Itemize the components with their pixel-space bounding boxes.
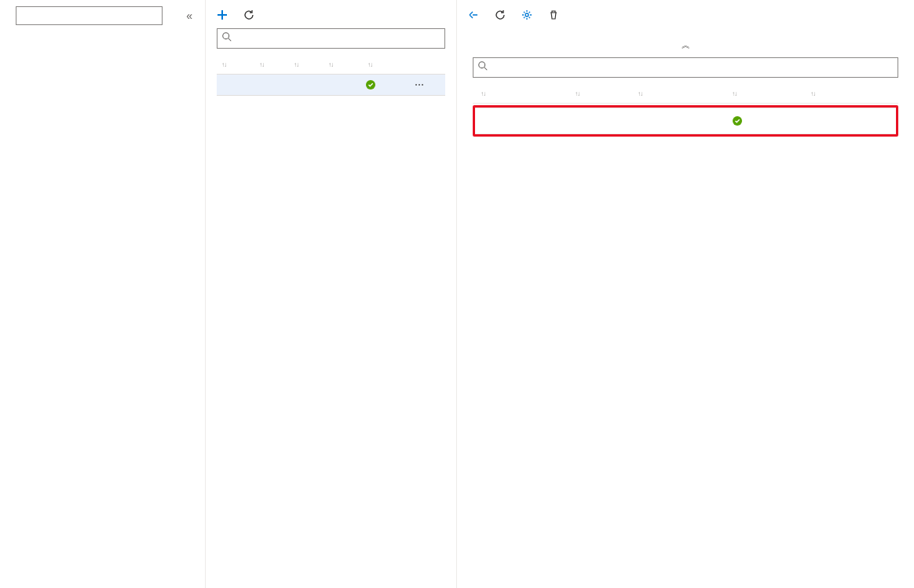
status-ok-icon [733,116,742,126]
middle-panel: ↑↓ ↑↓ ↑↓ ↑↓ ↑↓ ⋯ [206,0,457,588]
webhook-row[interactable]: ⋯ [217,74,445,96]
detail-panel: ︽ ↑↓ ↑↓ ↑↓ ↑↓ ↑↓ [457,0,914,588]
refresh-right-button[interactable] [495,9,510,20]
webhook-filter-input[interactable] [217,28,445,49]
row-menu-icon[interactable]: ⋯ [413,79,429,90]
collapse-details-icon[interactable]: ︽ [457,38,914,57]
refresh-button[interactable] [243,9,259,20]
svg-point-2 [223,33,229,39]
search-icon [477,60,488,71]
collapse-sidebar-icon[interactable]: « [186,9,192,22]
svg-point-5 [525,13,528,16]
svg-point-6 [479,62,485,68]
status-ok-icon [366,80,375,89]
events-filter-input[interactable] [473,57,898,78]
config-button[interactable] [521,9,537,20]
ping-button[interactable] [468,9,484,20]
event-row[interactable] [475,108,896,134]
events-table-header: ↑↓ ↑↓ ↑↓ ↑↓ ↑↓ [473,82,898,104]
webhook-table-header: ↑↓ ↑↓ ↑↓ ↑↓ ↑↓ [217,53,445,74]
sidebar-search-input[interactable] [16,6,163,25]
delete-button[interactable] [548,9,564,20]
add-button[interactable] [217,9,232,20]
highlighted-event-row [473,105,898,137]
svg-line-7 [484,68,488,71]
sidebar: « [0,0,206,588]
svg-line-3 [228,38,232,42]
search-icon [221,31,232,42]
